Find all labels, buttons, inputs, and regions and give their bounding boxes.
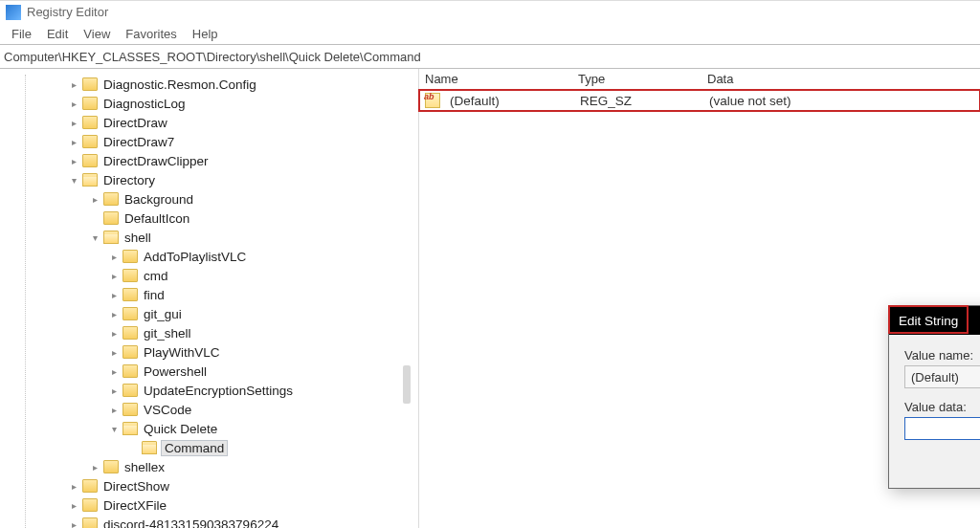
expand-icon[interactable] [107, 347, 121, 358]
value-data-input[interactable] [904, 417, 980, 440]
address-bar[interactable]: Computer\HKEY_CLASSES_ROOT\Directory\she… [0, 44, 980, 69]
tree-item[interactable]: DirectXFile [4, 495, 418, 515]
dialog-body: Value name: Value data: OK Cancel [889, 335, 980, 488]
value-name-input[interactable] [904, 365, 980, 388]
col-header-data[interactable]: Data [702, 72, 980, 86]
menu-favorites[interactable]: Favorites [118, 25, 184, 43]
expand-icon[interactable] [107, 271, 121, 281]
tree-item-label: Command [161, 440, 228, 456]
expand-icon[interactable] [67, 79, 80, 90]
tree-item-label: git_gui [142, 307, 184, 321]
expand-icon[interactable] [67, 137, 80, 147]
tree-item[interactable]: VSCode [4, 400, 418, 419]
tree-item[interactable]: DiagnosticLog [4, 94, 418, 113]
folder-icon [142, 441, 157, 454]
tree-item-label: Background [122, 192, 195, 207]
tree-pane: Diagnostic.Resmon.ConfigDiagnosticLogDir… [0, 69, 419, 528]
tree-item[interactable]: Powershell [4, 362, 418, 381]
expand-icon[interactable] [107, 366, 121, 377]
tree-item-label: DirectDraw7 [101, 135, 176, 149]
menu-help[interactable]: Help [185, 25, 226, 43]
window-title: Registry Editor [27, 5, 108, 19]
menu-view[interactable]: View [76, 25, 118, 43]
registry-tree[interactable]: Diagnostic.Resmon.ConfigDiagnosticLogDir… [4, 75, 418, 528]
value-name-cell: (Default) [444, 94, 574, 108]
tree-item[interactable]: DirectDraw7 [4, 132, 418, 151]
tree-item-label: Quick Delete [142, 422, 219, 436]
folder-icon [82, 517, 98, 528]
folder-icon [82, 154, 98, 167]
collapse-icon[interactable] [67, 175, 80, 186]
tree-item[interactable]: shell [4, 228, 418, 247]
expand-icon[interactable] [107, 309, 121, 319]
menu-file[interactable]: File [4, 25, 39, 43]
expand-icon[interactable] [107, 385, 121, 396]
folder-icon [82, 77, 98, 91]
folder-icon [122, 288, 138, 301]
tree-item[interactable]: AddToPlaylistVLC [4, 247, 418, 266]
expand-icon[interactable] [107, 328, 121, 339]
tree-item[interactable]: PlayWithVLC [4, 342, 418, 362]
tree-item-label: DirectShow [101, 479, 171, 494]
values-pane: Name Type Data (Default) REG_SZ (value n… [419, 69, 980, 528]
expand-icon[interactable] [67, 519, 80, 529]
tree-item-label: find [142, 288, 167, 302]
tree-item-label: shell [122, 231, 153, 245]
tree-item[interactable]: shellex [4, 457, 418, 476]
menu-edit[interactable]: Edit [39, 25, 76, 43]
tree-item-label: discord-481331590383796224 [101, 517, 280, 529]
expand-icon[interactable] [107, 290, 121, 300]
app-icon [6, 5, 21, 20]
tree-item[interactable]: git_gui [4, 304, 418, 323]
dialog-buttons: OK Cancel [904, 453, 980, 476]
tree-item[interactable]: Command [4, 438, 418, 457]
expand-icon[interactable] [88, 462, 101, 473]
collapse-icon[interactable] [107, 424, 121, 434]
folder-icon [122, 307, 138, 320]
tree-item[interactable]: Diagnostic.Resmon.Config [4, 75, 418, 94]
folder-icon [103, 460, 119, 473]
expand-icon[interactable] [107, 405, 121, 415]
expand-icon[interactable] [67, 99, 80, 109]
tree-item-label: UpdateEncryptionSettings [142, 384, 295, 398]
folder-icon [82, 498, 98, 512]
tree-item[interactable]: Quick Delete [4, 419, 418, 438]
tree-item-label: AddToPlaylistVLC [142, 250, 248, 264]
expand-icon[interactable] [67, 481, 80, 492]
tree-item[interactable]: DirectShow [4, 476, 418, 495]
address-path: Computer\HKEY_CLASSES_ROOT\Directory\she… [4, 50, 421, 64]
folder-icon [82, 116, 98, 129]
collapse-icon[interactable] [88, 232, 101, 243]
tree-item[interactable]: git_shell [4, 323, 418, 342]
expand-icon[interactable] [67, 118, 80, 128]
tree-item[interactable]: discord-481331590383796224 [4, 515, 418, 528]
expand-icon[interactable] [67, 500, 80, 511]
folder-icon [103, 192, 119, 206]
value-name-label: Value name: [904, 348, 980, 363]
tree-item[interactable]: Directory [4, 170, 418, 189]
tree-item[interactable]: DirectDraw [4, 113, 418, 132]
tree-item[interactable]: find [4, 285, 418, 304]
values-header: Name Type Data [419, 69, 980, 90]
string-value-icon [425, 93, 440, 108]
folder-icon [122, 403, 138, 416]
tree-item[interactable]: Background [4, 189, 418, 209]
tree-item-label: cmd [142, 269, 170, 283]
expand-icon[interactable] [88, 194, 101, 205]
folder-icon [82, 479, 98, 493]
value-data-cell: (value not set) [703, 94, 980, 108]
expand-icon[interactable] [67, 156, 80, 166]
edit-string-dialog: Edit String ✕ Value name: Value data: OK… [888, 305, 980, 489]
folder-icon [82, 135, 98, 148]
tree-item-label: DirectDrawClipper [101, 154, 211, 168]
tree-item[interactable]: DirectDrawClipper [4, 151, 418, 170]
expand-icon[interactable] [107, 252, 121, 262]
tree-item[interactable]: DefaultIcon [4, 209, 418, 228]
col-header-type[interactable]: Type [572, 72, 702, 86]
value-row[interactable]: (Default) REG_SZ (value not set) [419, 90, 980, 111]
folder-icon [122, 422, 138, 435]
splitter-handle[interactable] [403, 365, 411, 404]
tree-item[interactable]: cmd [4, 266, 418, 285]
tree-item[interactable]: UpdateEncryptionSettings [4, 381, 418, 400]
col-header-name[interactable]: Name [419, 72, 572, 86]
